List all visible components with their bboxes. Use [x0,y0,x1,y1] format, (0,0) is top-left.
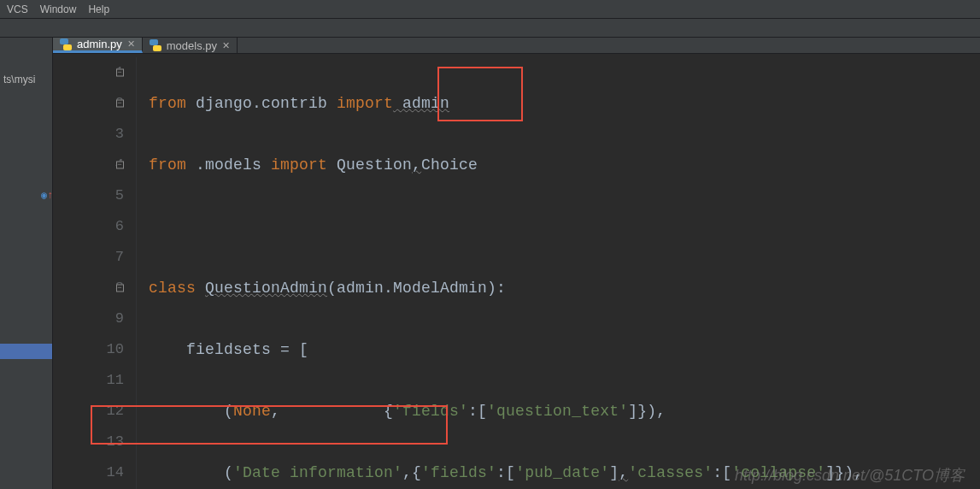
menu-bar: VCS Window Help [0,0,980,19]
line-number: 6 [53,211,124,242]
fold-icon[interactable]: − [116,100,124,108]
tab-label: admin.py [77,38,122,50]
line-number: 2− [53,88,124,119]
fold-icon[interactable]: − [116,162,124,169]
project-sidebar[interactable]: ts\mysi [0,38,53,489]
watermark: http://blog.csdn.net/@51CTO博客 [735,465,965,486]
close-icon[interactable]: ✕ [127,38,135,50]
project-selected-item[interactable] [0,344,52,359]
source-pane[interactable]: from django.contrib import admin from .m… [137,57,863,489]
line-number: 10 [53,334,124,365]
gutter: 1− 2− 3 4− 5◉↑ 6 7 8− 9 10 11 12 13 14 [53,57,137,489]
line-number: 7 [53,242,124,273]
line-number: 4− [53,150,124,180]
code-line[interactable]: (None, {'fields':['question_text']}), [149,396,863,427]
tab-admin-py[interactable]: admin.py ✕ [53,38,143,53]
toolbar [0,19,980,38]
up-arrow-icon: ↑ [47,190,53,202]
code-editor[interactable]: 1− 2− 3 4− 5◉↑ 6 7 8− 9 10 11 12 13 14 f… [53,54,980,489]
close-icon[interactable]: ✕ [222,40,230,51]
python-file-icon [150,39,161,51]
line-number: 1− [53,57,124,88]
menu-window[interactable]: Window [40,3,77,15]
tab-models-py[interactable]: models.py ✕ [143,38,238,53]
editor-area: admin.py ✕ models.py ✕ 1− 2− 3 4− 5◉↑ 6 … [53,38,980,489]
code-line[interactable]: fieldsets = [ [149,334,863,365]
line-number: 11 [53,365,124,396]
code-line[interactable]: class QuestionAdmin(admin.ModelAdmin): [149,273,863,303]
line-number: 13 [53,427,124,457]
code-line[interactable] [149,211,863,242]
code-line[interactable]: from django.contrib import admin [149,88,863,119]
menu-help[interactable]: Help [88,3,109,15]
line-number: 8− [53,273,124,303]
fold-icon[interactable]: − [116,69,124,77]
line-number: 14 [53,457,124,488]
fold-icon[interactable]: − [116,285,124,292]
code-line[interactable]: from .models import Question,Choice [149,150,863,180]
line-number: 5◉↑ [53,180,124,211]
project-path-fragment[interactable]: ts\mysi [0,72,52,87]
editor-tabs: admin.py ✕ models.py ✕ [53,38,980,54]
line-number: 9 [53,303,124,334]
menu-vcs[interactable]: VCS [7,3,28,15]
python-file-icon [60,38,72,50]
line-number: 3 [53,119,124,150]
line-number: 12 [53,396,124,427]
tab-label: models.py [167,39,217,52]
